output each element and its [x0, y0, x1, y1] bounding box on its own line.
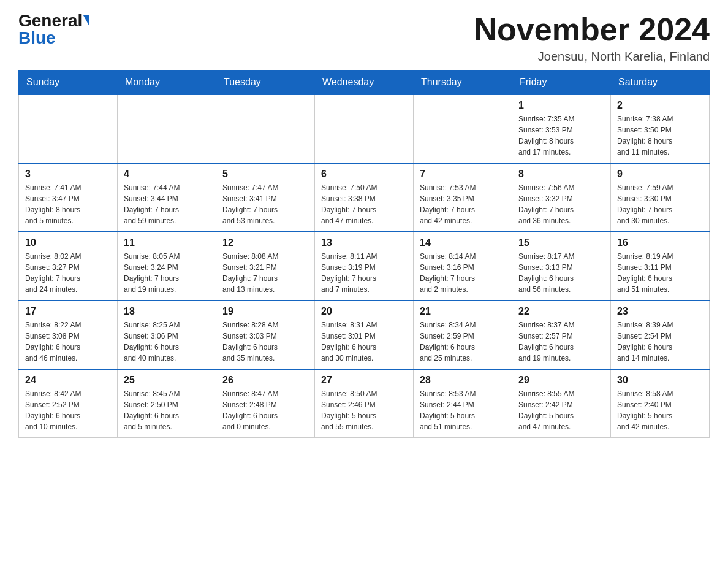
calendar-cell: 3Sunrise: 7:41 AM Sunset: 3:47 PM Daylig…: [19, 163, 118, 232]
calendar-cell: 11Sunrise: 8:05 AM Sunset: 3:24 PM Dayli…: [118, 232, 216, 301]
day-number: 6: [321, 169, 407, 180]
day-info: Sunrise: 8:05 AM Sunset: 3:24 PM Dayligh…: [124, 251, 210, 295]
day-info: Sunrise: 7:41 AM Sunset: 3:47 PM Dayligh…: [25, 182, 111, 226]
calendar-cell: 7Sunrise: 7:53 AM Sunset: 3:35 PM Daylig…: [414, 163, 512, 232]
calendar-cell: 10Sunrise: 8:02 AM Sunset: 3:27 PM Dayli…: [19, 232, 118, 301]
day-number: 20: [321, 306, 407, 317]
calendar-cell: [315, 94, 414, 163]
week-row-3: 10Sunrise: 8:02 AM Sunset: 3:27 PM Dayli…: [19, 232, 710, 301]
day-info: Sunrise: 8:37 AM Sunset: 2:57 PM Dayligh…: [518, 320, 604, 364]
day-number: 13: [321, 237, 407, 248]
calendar-cell: 5Sunrise: 7:47 AM Sunset: 3:41 PM Daylig…: [216, 163, 315, 232]
day-info: Sunrise: 7:53 AM Sunset: 3:35 PM Dayligh…: [420, 182, 506, 226]
column-header-thursday: Thursday: [414, 71, 512, 95]
day-number: 9: [617, 169, 703, 180]
calendar-cell: 15Sunrise: 8:17 AM Sunset: 3:13 PM Dayli…: [512, 232, 611, 301]
day-number: 15: [518, 237, 604, 248]
day-info: Sunrise: 7:35 AM Sunset: 3:53 PM Dayligh…: [518, 113, 604, 158]
day-number: 12: [222, 237, 308, 248]
column-header-sunday: Sunday: [19, 71, 118, 95]
calendar-cell: 21Sunrise: 8:34 AM Sunset: 2:59 PM Dayli…: [414, 301, 512, 369]
day-info: Sunrise: 8:08 AM Sunset: 3:21 PM Dayligh…: [222, 251, 308, 295]
day-info: Sunrise: 8:34 AM Sunset: 2:59 PM Dayligh…: [420, 320, 506, 364]
day-info: Sunrise: 7:47 AM Sunset: 3:41 PM Dayligh…: [222, 182, 308, 226]
week-row-2: 3Sunrise: 7:41 AM Sunset: 3:47 PM Daylig…: [19, 163, 710, 232]
day-info: Sunrise: 8:17 AM Sunset: 3:13 PM Dayligh…: [518, 251, 604, 295]
calendar-cell: 6Sunrise: 7:50 AM Sunset: 3:38 PM Daylig…: [315, 163, 414, 232]
day-number: 23: [617, 306, 703, 317]
day-info: Sunrise: 8:45 AM Sunset: 2:50 PM Dayligh…: [124, 388, 210, 432]
column-header-monday: Monday: [118, 71, 216, 95]
day-number: 2: [617, 100, 703, 111]
logo-triangle-icon: [83, 15, 89, 26]
column-header-saturday: Saturday: [611, 71, 710, 95]
calendar-cell: 13Sunrise: 8:11 AM Sunset: 3:19 PM Dayli…: [315, 232, 414, 301]
day-number: 3: [25, 169, 111, 180]
column-header-friday: Friday: [512, 71, 611, 95]
calendar-table: SundayMondayTuesdayWednesdayThursdayFrid…: [18, 70, 710, 438]
title-section: November 2024 Joensuu, North Karelia, Fi…: [474, 12, 710, 64]
day-info: Sunrise: 8:58 AM Sunset: 2:40 PM Dayligh…: [617, 388, 703, 432]
calendar-cell: 18Sunrise: 8:25 AM Sunset: 3:06 PM Dayli…: [118, 301, 216, 369]
logo-general-text: General: [18, 12, 82, 29]
day-number: 25: [124, 375, 210, 386]
day-info: Sunrise: 8:39 AM Sunset: 2:54 PM Dayligh…: [617, 320, 703, 364]
day-number: 18: [124, 306, 210, 317]
day-info: Sunrise: 8:53 AM Sunset: 2:44 PM Dayligh…: [420, 388, 506, 432]
day-number: 29: [518, 375, 604, 386]
day-number: 24: [25, 375, 111, 386]
calendar-cell: 25Sunrise: 8:45 AM Sunset: 2:50 PM Dayli…: [118, 369, 216, 438]
day-info: Sunrise: 7:56 AM Sunset: 3:32 PM Dayligh…: [518, 182, 604, 226]
calendar-cell: 2Sunrise: 7:38 AM Sunset: 3:50 PM Daylig…: [611, 94, 710, 163]
day-number: 30: [617, 375, 703, 386]
calendar-cell: 9Sunrise: 7:59 AM Sunset: 3:30 PM Daylig…: [611, 163, 710, 232]
calendar-cell: [19, 94, 118, 163]
day-number: 7: [420, 169, 506, 180]
calendar-cell: 26Sunrise: 8:47 AM Sunset: 2:48 PM Dayli…: [216, 369, 315, 438]
week-row-1: 1Sunrise: 7:35 AM Sunset: 3:53 PM Daylig…: [19, 94, 710, 163]
column-header-tuesday: Tuesday: [216, 71, 315, 95]
day-number: 1: [518, 100, 604, 111]
column-header-wednesday: Wednesday: [315, 71, 414, 95]
logo-blue-text: Blue: [18, 29, 56, 47]
day-info: Sunrise: 8:42 AM Sunset: 2:52 PM Dayligh…: [25, 388, 111, 432]
day-number: 11: [124, 237, 210, 248]
calendar-cell: 20Sunrise: 8:31 AM Sunset: 3:01 PM Dayli…: [315, 301, 414, 369]
week-row-5: 24Sunrise: 8:42 AM Sunset: 2:52 PM Dayli…: [19, 369, 710, 438]
day-info: Sunrise: 8:55 AM Sunset: 2:42 PM Dayligh…: [518, 388, 604, 432]
day-info: Sunrise: 8:14 AM Sunset: 3:16 PM Dayligh…: [420, 251, 506, 295]
calendar-cell: 30Sunrise: 8:58 AM Sunset: 2:40 PM Dayli…: [611, 369, 710, 438]
day-info: Sunrise: 8:02 AM Sunset: 3:27 PM Dayligh…: [25, 251, 111, 295]
calendar-cell: 12Sunrise: 8:08 AM Sunset: 3:21 PM Dayli…: [216, 232, 315, 301]
calendar-cell: 4Sunrise: 7:44 AM Sunset: 3:44 PM Daylig…: [118, 163, 216, 232]
calendar-cell: 27Sunrise: 8:50 AM Sunset: 2:46 PM Dayli…: [315, 369, 414, 438]
day-number: 10: [25, 237, 111, 248]
day-number: 26: [222, 375, 308, 386]
week-row-4: 17Sunrise: 8:22 AM Sunset: 3:08 PM Dayli…: [19, 301, 710, 369]
day-number: 28: [420, 375, 506, 386]
calendar-cell: 17Sunrise: 8:22 AM Sunset: 3:08 PM Dayli…: [19, 301, 118, 369]
day-info: Sunrise: 7:59 AM Sunset: 3:30 PM Dayligh…: [617, 182, 703, 226]
day-number: 21: [420, 306, 506, 317]
day-info: Sunrise: 7:38 AM Sunset: 3:50 PM Dayligh…: [617, 113, 703, 158]
calendar-header-row: SundayMondayTuesdayWednesdayThursdayFrid…: [19, 71, 710, 95]
day-number: 19: [222, 306, 308, 317]
day-info: Sunrise: 7:44 AM Sunset: 3:44 PM Dayligh…: [124, 182, 210, 226]
day-info: Sunrise: 8:47 AM Sunset: 2:48 PM Dayligh…: [222, 388, 308, 432]
day-number: 5: [222, 169, 308, 180]
logo: General Blue: [18, 12, 89, 47]
calendar-cell: 14Sunrise: 8:14 AM Sunset: 3:16 PM Dayli…: [414, 232, 512, 301]
day-number: 4: [124, 169, 210, 180]
calendar-cell: 19Sunrise: 8:28 AM Sunset: 3:03 PM Dayli…: [216, 301, 315, 369]
day-info: Sunrise: 7:50 AM Sunset: 3:38 PM Dayligh…: [321, 182, 407, 226]
calendar-cell: 28Sunrise: 8:53 AM Sunset: 2:44 PM Dayli…: [414, 369, 512, 438]
calendar-cell: [414, 94, 512, 163]
calendar-cell: 22Sunrise: 8:37 AM Sunset: 2:57 PM Dayli…: [512, 301, 611, 369]
location-text: Joensuu, North Karelia, Finland: [474, 50, 710, 64]
calendar-cell: 24Sunrise: 8:42 AM Sunset: 2:52 PM Dayli…: [19, 369, 118, 438]
calendar-cell: [216, 94, 315, 163]
calendar-cell: [118, 94, 216, 163]
calendar-cell: 1Sunrise: 7:35 AM Sunset: 3:53 PM Daylig…: [512, 94, 611, 163]
calendar-cell: 29Sunrise: 8:55 AM Sunset: 2:42 PM Dayli…: [512, 369, 611, 438]
day-number: 14: [420, 237, 506, 248]
